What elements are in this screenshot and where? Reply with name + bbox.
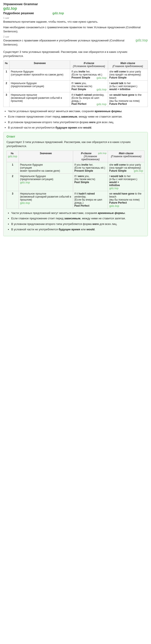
gdz-watermark-ans-r3a: gdz.top bbox=[20, 201, 30, 204]
table-row: 3 Нереальное прошлое (возможный сценарий… bbox=[7, 191, 144, 208]
step-1-subtext: Нам необходимо ознакомиться с грамматиче… bbox=[3, 25, 148, 34]
ans-row-3-num: 3 bbox=[7, 191, 19, 208]
gdz-watermark-t2: gdz.top bbox=[96, 88, 106, 91]
table-row: 3 Нереальное прошлое (возможный сценарий… bbox=[4, 92, 148, 107]
gdz-watermark-ans-head2: gdz.top bbox=[98, 152, 106, 154]
ans-col-main-clause: Main clause (Главное предложение) bbox=[108, 150, 144, 162]
ans-row-1-meaning: Реальное будущее (ситуация может произой… bbox=[18, 162, 73, 174]
note-item: Части условных предложений могут менятьс… bbox=[11, 211, 144, 215]
step-2-num: 2 шаг bbox=[3, 35, 148, 38]
row-1-if: If you invite her, (Если ты пригласишь е… bbox=[70, 69, 108, 80]
note-item: В условном предложении второго типа упот… bbox=[11, 222, 144, 226]
answer-notes-list: Части условных предложений могут менятьс… bbox=[6, 211, 144, 232]
ans-row-1-if: If you invite her, (Если ты пригласишь е… bbox=[73, 162, 108, 174]
ans-row-3-meaning: Нереальное прошлое (возможный сценарий р… bbox=[18, 191, 73, 208]
answer-grammar-table: № gdz.top Значение If-clause gdz.top (Ус… bbox=[6, 150, 144, 209]
gdz-watermark-ans-r3b: gdz.top bbox=[109, 204, 119, 208]
gdz-watermark-t3: gdz.top bbox=[96, 102, 106, 106]
row-3-main: we would have gone to the beach (мы бы п… bbox=[108, 92, 148, 107]
note-item: Части условных предложений могут менятьс… bbox=[8, 109, 148, 114]
answer-section: Ответ Существует 3 типа условных предлож… bbox=[3, 132, 148, 236]
ans-col-num: № gdz.top bbox=[7, 150, 19, 162]
row-2-main: I would talk to her (я бы с ней поговори… bbox=[108, 80, 148, 92]
table-row: 1 Реальное будущее (ситуация может произ… bbox=[7, 162, 144, 174]
note-item: В условной части не употребляется будуще… bbox=[8, 126, 148, 130]
row-2-meaning: Нереальное будущее (предполагаемая ситуа… bbox=[10, 80, 70, 92]
note-item: В условном предложении второго типа упот… bbox=[8, 120, 148, 124]
gdz-top-logo-2: gdz.top bbox=[52, 11, 64, 15]
ans-row-3-main: we would have gone to the beach (мы бы п… bbox=[108, 191, 144, 208]
row-3-meaning: Нереальное прошлое (возможный сценарий р… bbox=[10, 92, 70, 107]
row-1-main: she will come to your party (она придёт … bbox=[108, 69, 148, 80]
note-item: В условной части не употребляется будуще… bbox=[11, 227, 144, 232]
ans-col-if-clause: If-clause gdz.top (Условное предложение) bbox=[73, 150, 108, 162]
page-subtitle: Подробное решение gdz.top bbox=[3, 11, 148, 15]
row-2-if: If I were you, (На твоем месте) Past Sim… bbox=[70, 80, 108, 92]
exercise-title: Упражнение Grammar bbox=[3, 2, 148, 6]
gdz-watermark-step2: gdz.top bbox=[136, 38, 148, 42]
gdz-watermark-ans-r2b: gdz.top bbox=[109, 187, 118, 190]
ans-row-1-main: she will come to your party (она придёт … bbox=[108, 162, 144, 174]
answer-label: Ответ bbox=[6, 135, 144, 138]
subtitle-text: Подробное решение bbox=[3, 12, 34, 15]
notes-list: Части условных предложений могут менятьс… bbox=[3, 109, 148, 130]
gdz-watermark-ans-r2a: gdz.top bbox=[20, 181, 30, 184]
gdz-watermark-ans-head: gdz.top bbox=[8, 155, 17, 158]
ans-row-1-num: 1 bbox=[7, 162, 19, 174]
step-2-heading: Ознакомимся с правилами образования и уп… bbox=[3, 38, 136, 47]
table-row: 1 Реальное будущее (ситуация может произ… bbox=[4, 69, 148, 80]
ans-row-2-main: I would talk to her (я бы с ней поговори… bbox=[108, 174, 144, 191]
step-1: 1 шаг Внимательно прочитаем задание, что… bbox=[3, 16, 148, 34]
header: Упражнение Grammar gdz.top Подробное реш… bbox=[3, 2, 148, 15]
step-1-num: 1 шаг bbox=[3, 16, 148, 19]
row-1-meaning: Реальное будущее (ситуация может произой… bbox=[10, 69, 70, 80]
col-main-clause: Main clause(Главное предложение) bbox=[108, 60, 148, 69]
col-if-clause: If-clause(Условное предложение) bbox=[70, 60, 108, 69]
answer-intro-text: Существует 3 типа условных предложений. … bbox=[6, 140, 144, 148]
grammar-table: № Значение If-clause(Условное предложени… bbox=[3, 60, 148, 107]
ans-row-2-meaning: Нереальное будущее (предполагаемая ситуа… bbox=[18, 174, 73, 191]
note-item: Если главное предложение стоит перед зав… bbox=[11, 216, 144, 221]
step-1-text: Внимательно прочитаем задание, чтобы пон… bbox=[3, 20, 148, 24]
gdz-watermark-t1: gdz.top bbox=[96, 76, 106, 79]
row-3-if: If it hadn't rained yesterday, (Если бы … bbox=[70, 92, 108, 107]
col-meaning: Значение bbox=[10, 60, 70, 69]
intro-text: Существует 3 типа условных предложений. … bbox=[3, 50, 148, 58]
ans-col-meaning: Значение bbox=[18, 150, 73, 162]
ans-row-2-if: If I were you, (На твоем месте) Past Sim… bbox=[73, 174, 108, 191]
row-2-num: 2 bbox=[4, 80, 10, 92]
ans-row-2-num: 2 bbox=[7, 174, 19, 191]
note-item: Если главное предложение стоит перед зав… bbox=[8, 114, 148, 119]
gdz-top-logo-1: gdz.top bbox=[3, 6, 148, 11]
page-container: Упражнение Grammar gdz.top Подробное реш… bbox=[0, 0, 151, 238]
row-1-num: 1 bbox=[4, 69, 10, 80]
ans-row-3-if: If it hadn't rained yesterday, (Если бы … bbox=[73, 191, 108, 208]
table-row: 2 Нереальное будущее (предполагаемая сит… bbox=[4, 80, 148, 92]
gdz-watermark-ans-r1: gdz.top bbox=[134, 169, 143, 172]
row-3-num: 3 bbox=[4, 92, 10, 107]
table-row: 2 Нереальное будущее (предполагаемая сит… bbox=[7, 174, 144, 191]
col-num: № bbox=[4, 60, 10, 69]
step-2: 2 шаг Ознакомимся с правилами образовани… bbox=[3, 35, 148, 48]
